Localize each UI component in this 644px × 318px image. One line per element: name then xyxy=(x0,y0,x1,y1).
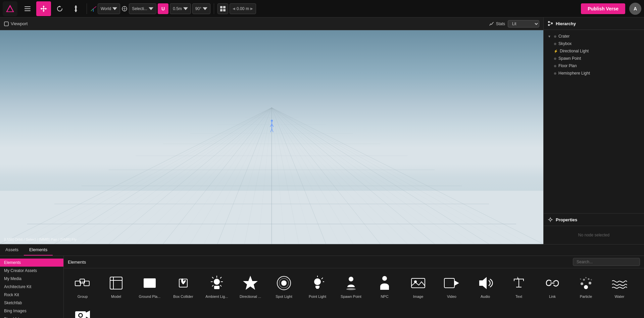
avatar-button[interactable]: A xyxy=(629,3,641,15)
element-audio[interactable]: Audio xyxy=(469,271,501,301)
element-point-light[interactable]: Point Light xyxy=(301,271,334,301)
svg-line-56 xyxy=(272,108,462,244)
svg-line-52 xyxy=(245,108,272,244)
svg-line-83 xyxy=(272,129,273,132)
app-logo[interactable] xyxy=(3,1,17,16)
element-model[interactable]: Model xyxy=(100,271,132,301)
menu-button[interactable] xyxy=(20,1,35,16)
element-video[interactable]: Video xyxy=(436,271,468,301)
element-label: Model xyxy=(111,294,121,299)
element-group[interactable]: Group xyxy=(66,271,99,301)
assets-tab[interactable]: Assets xyxy=(0,244,24,256)
assets-content: Elements My Creator Assets My Media Arch… xyxy=(0,256,644,318)
transform-button[interactable] xyxy=(68,1,83,16)
bottom-panel: Assets Elements Elements My Creator Asse… xyxy=(0,244,644,318)
svg-line-122 xyxy=(321,278,323,279)
topbar: World Selecti... U 0.5m 90° xyxy=(0,0,644,17)
svg-line-74 xyxy=(272,108,448,244)
svg-line-58 xyxy=(13,108,272,244)
svg-point-141 xyxy=(585,277,587,278)
hierarchy-header: Hierarchy xyxy=(544,17,644,30)
viewport-canvas[interactable]: [LMB] Orbit / Select | [MMB] Pan | [RMB]… xyxy=(0,30,543,244)
elements-title: Elements xyxy=(68,260,570,265)
separator-1 xyxy=(87,3,87,14)
viewport-header: Viewport Stats Lit Unlit Wireframe xyxy=(0,17,543,30)
element-label: Box Collider xyxy=(173,294,193,299)
elements-tab[interactable]: Elements xyxy=(24,244,53,256)
svg-rect-22 xyxy=(223,6,226,8)
element-ambient-light[interactable]: Ambient Lig... xyxy=(201,271,233,301)
svg-point-138 xyxy=(589,282,591,284)
hierarchy-item[interactable]: ⊕ Hemisphere Light xyxy=(544,70,644,77)
assets-sidebar: Elements My Creator Assets My Media Arch… xyxy=(0,256,64,318)
sidebar-item-bing-images[interactable]: Bing Images xyxy=(0,307,63,315)
snap-distance-dropdown[interactable]: 0.5m xyxy=(170,3,191,14)
svg-line-15 xyxy=(93,6,96,9)
svg-line-73 xyxy=(272,108,421,244)
element-image[interactable]: Image xyxy=(402,271,434,301)
refresh-button[interactable] xyxy=(52,1,67,16)
svg-point-116 xyxy=(281,280,287,286)
hierarchy-item[interactable]: ⊕ Skybox xyxy=(544,40,644,47)
svg-line-109 xyxy=(212,277,213,278)
element-spawn-point[interactable]: Spawn Point xyxy=(335,271,367,301)
scene-figure xyxy=(270,119,274,134)
separator-2 xyxy=(214,3,214,14)
angle-snap-dropdown[interactable]: 90° xyxy=(192,3,210,14)
svg-line-49 xyxy=(82,108,272,244)
hierarchy-item[interactable]: ⊕ Floor Plan xyxy=(544,62,644,70)
element-spot-light[interactable]: Spot Light xyxy=(268,271,300,301)
svg-marker-13 xyxy=(75,5,77,7)
svg-point-125 xyxy=(346,288,356,290)
hierarchy-item[interactable]: ⚡ Directional Light xyxy=(544,47,644,55)
move-tool-button[interactable] xyxy=(36,1,51,16)
svg-line-82 xyxy=(270,129,272,132)
svg-marker-131 xyxy=(479,277,487,289)
sidebar-item-elements[interactable]: Elements xyxy=(0,259,63,267)
sidebar-item-rock-kit[interactable]: Rock Kit xyxy=(0,291,63,299)
svg-rect-3 xyxy=(24,8,31,9)
svg-point-78 xyxy=(271,120,273,122)
svg-marker-7 xyxy=(43,5,45,7)
sidebar-item-architecture-kit[interactable]: Architecture Kit xyxy=(0,283,63,291)
viewport-stats: Stats xyxy=(489,21,505,26)
element-particle[interactable]: Particle xyxy=(570,271,602,301)
svg-line-75 xyxy=(272,108,475,244)
selection-dropdown[interactable]: Selecti... xyxy=(129,3,156,14)
element-npc[interactable]: NPC xyxy=(368,271,401,301)
search-input[interactable] xyxy=(573,258,640,266)
svg-line-70 xyxy=(272,108,340,244)
world-dropdown[interactable]: World xyxy=(98,3,120,14)
element-water[interactable]: Water xyxy=(603,271,636,301)
coord-arrow-left[interactable]: ◀ xyxy=(233,7,235,10)
svg-line-61 xyxy=(95,108,271,244)
svg-line-110 xyxy=(220,285,221,286)
sidebar-item-sketchfab[interactable]: Sketchfab xyxy=(0,299,63,307)
element-directional-light[interactable]: Directional ... xyxy=(234,271,266,301)
element-label: Spot Light xyxy=(276,294,292,299)
element-camera[interactable]: Camera xyxy=(66,303,99,318)
svg-point-136 xyxy=(584,285,588,289)
svg-rect-4 xyxy=(24,10,31,11)
svg-line-16 xyxy=(91,9,93,11)
element-ground-plane[interactable]: Ground Pla... xyxy=(134,271,166,301)
svg-rect-84 xyxy=(548,21,550,23)
hierarchy-item[interactable]: ▼ ⊕ Crater xyxy=(544,33,644,40)
hierarchy-item[interactable]: ⊕ Spawn Point xyxy=(544,55,644,62)
lit-dropdown[interactable]: Lit Unlit Wireframe xyxy=(508,20,539,28)
sidebar-item-bing-videos[interactable]: Bing Videos xyxy=(0,315,63,318)
element-label: Link xyxy=(549,294,556,299)
grid-button[interactable] xyxy=(217,3,228,14)
elements-grid: Group Model xyxy=(64,268,644,318)
publish-button[interactable]: Publish Verse xyxy=(581,3,625,14)
sidebar-item-my-creator-assets[interactable]: My Creator Assets xyxy=(0,267,63,275)
svg-rect-24 xyxy=(223,9,226,11)
element-link[interactable]: Link xyxy=(536,271,568,301)
coord-arrow-right[interactable]: ▶ xyxy=(250,7,253,10)
element-text[interactable]: Text xyxy=(503,271,535,301)
element-label: Video xyxy=(447,294,456,299)
sidebar-item-my-media[interactable]: My Media xyxy=(0,275,63,283)
element-box-collider[interactable]: Box Collider xyxy=(167,271,199,301)
element-label: Point Light xyxy=(309,294,326,299)
svg-point-104 xyxy=(214,279,220,285)
